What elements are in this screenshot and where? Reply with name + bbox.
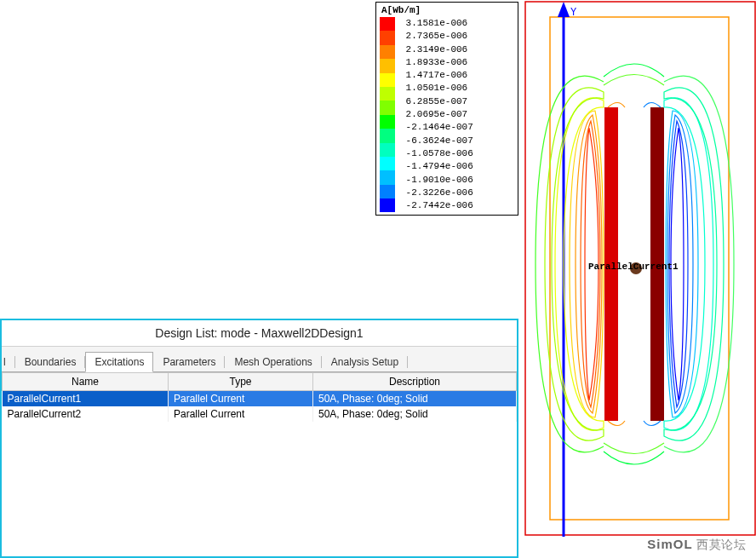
legend-swatch — [380, 170, 395, 184]
legend-value: -1.9010e-006 — [400, 174, 473, 187]
legend-value: -1.4794e-006 — [400, 160, 473, 173]
watermark: SimOL 西莫论坛 — [647, 537, 746, 553]
legend-swatch — [380, 198, 395, 212]
contour-svg: Y — [523, 0, 756, 558]
cell-type[interactable]: Parallel Current — [169, 406, 313, 422]
tab-boundaries[interactable]: Boundaries — [15, 352, 86, 371]
cell-name[interactable]: ParallelCurrent2 — [3, 406, 169, 422]
color-legend: A[Wb/m] 3.1581e-006 2.7365e-006 2.3149e-… — [375, 2, 518, 216]
legend-value: -2.3226e-006 — [400, 187, 473, 199]
table-row[interactable]: ParallelCurrent2Parallel Current50A, Pha… — [3, 406, 517, 422]
legend-swatch — [380, 185, 395, 198]
legend-value: 1.8933e-006 — [400, 56, 473, 69]
tab-mesh-operations[interactable]: Mesh Operations — [225, 352, 321, 371]
design-list-window: Design List: mode - Maxwell2DDesign1 lBo… — [0, 319, 518, 558]
tab-parameters[interactable]: Parameters — [153, 352, 225, 371]
design-list-table: NameTypeDescription ParallelCurrent1Para… — [2, 372, 517, 422]
legend-value: -2.1464e-007 — [400, 121, 473, 134]
column-header[interactable]: Description — [313, 373, 517, 391]
cell-description[interactable]: 50A, Phase: 0deg; Solid — [313, 406, 517, 422]
cell-type[interactable]: Parallel Current — [169, 391, 313, 407]
table-row[interactable]: ParallelCurrent1Parallel Current50A, Pha… — [3, 391, 517, 407]
field-plot: Y — [523, 0, 756, 558]
legend-value: -6.3624e-007 — [400, 135, 473, 147]
cell-name[interactable]: ParallelCurrent1 — [3, 391, 169, 407]
legend-title: A[Wb/m] — [380, 5, 514, 15]
legend-swatch — [380, 101, 395, 114]
excitation-label: ParallelCurrent1 — [588, 262, 679, 272]
legend-value: 3.1581e-006 — [400, 17, 473, 30]
legend-swatch — [380, 31, 395, 44]
legend-swatch — [380, 115, 395, 129]
legend-values: 3.1581e-006 2.7365e-006 2.3149e-006 1.89… — [400, 17, 473, 212]
y-axis-label: Y — [570, 7, 576, 19]
watermark-tail: 西莫论坛 — [696, 538, 746, 551]
tab-excitations[interactable]: Excitations — [85, 352, 153, 372]
table-header-row: NameTypeDescription — [3, 373, 517, 391]
legend-swatch — [380, 73, 395, 87]
legend-swatch — [380, 17, 395, 31]
legend-swatch — [380, 157, 395, 170]
legend-value: -1.0578e-006 — [400, 147, 473, 160]
legend-value: 2.3149e-006 — [400, 43, 473, 56]
column-header[interactable]: Type — [169, 373, 313, 391]
legend-gradient — [380, 17, 395, 212]
svg-marker-3 — [558, 2, 570, 17]
column-header[interactable]: Name — [3, 373, 169, 391]
legend-value: -2.7442e-006 — [400, 199, 473, 212]
legend-value: 1.4717e-006 — [400, 69, 473, 82]
legend-swatch — [380, 129, 395, 142]
design-list-tabs: lBoundariesExcitationsParametersMesh Ope… — [2, 347, 517, 372]
legend-swatch — [380, 87, 395, 101]
cell-description[interactable]: 50A, Phase: 0deg; Solid — [313, 391, 517, 407]
legend-value: 2.0695e-007 — [400, 108, 473, 121]
legend-value: 1.0501e-006 — [400, 82, 473, 95]
design-list-title: Design List: mode - Maxwell2DDesign1 — [2, 320, 517, 347]
legend-swatch — [380, 45, 395, 59]
tab-analysis-setup[interactable]: Analysis Setup — [322, 352, 408, 371]
legend-swatch — [380, 59, 395, 72]
watermark-brand: SimOL — [647, 537, 692, 551]
legend-value: 6.2855e-007 — [400, 95, 473, 108]
legend-value: 2.7365e-006 — [400, 30, 473, 43]
legend-swatch — [380, 143, 395, 157]
tab-l[interactable]: l — [3, 352, 15, 371]
